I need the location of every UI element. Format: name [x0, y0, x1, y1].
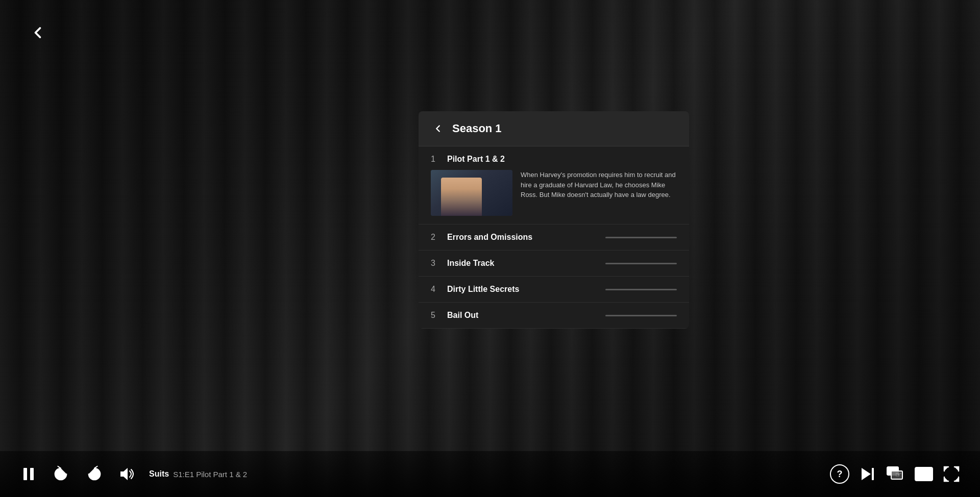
- control-right: ? ☞: [830, 464, 960, 484]
- episode-2-progress: [605, 237, 677, 238]
- episode-1-description: When Harvey's promotion requires him to …: [521, 170, 677, 216]
- episode-item-2[interactable]: 2 Errors and Omissions: [419, 225, 689, 251]
- episode-4-header-row: 4 Dirty Little Secrets: [431, 285, 677, 294]
- svg-text:10: 10: [58, 472, 63, 477]
- episode-5-title-group: 5 Bail Out: [431, 311, 478, 320]
- help-circle: ?: [830, 464, 849, 484]
- episode-4-progress: [605, 289, 677, 290]
- help-button[interactable]: ?: [830, 464, 849, 484]
- episode-3-number: 3: [431, 259, 439, 268]
- help-icon: ?: [837, 469, 843, 480]
- rewind-button[interactable]: 10: [51, 464, 70, 484]
- svg-rect-14: [925, 475, 930, 476]
- control-left: 10 10 Suits S1:E1 Pilot Part 1 & 2: [20, 464, 830, 484]
- panel-header: Season 1: [419, 111, 689, 146]
- svg-marker-4: [120, 468, 128, 480]
- episode-2-number: 2: [431, 233, 439, 242]
- episodes-button[interactable]: ☞: [886, 466, 904, 482]
- episode-3-header-row: 3 Inside Track: [431, 259, 677, 268]
- episode-1-number: 1: [431, 155, 439, 164]
- volume-button[interactable]: [118, 466, 135, 482]
- episode-list: 1 Pilot Part 1 & 2 When Harvey's promoti…: [419, 146, 689, 329]
- episode-1-thumbnail: [431, 170, 512, 216]
- fullscreen-button[interactable]: [943, 466, 960, 482]
- episode-4-title: Dirty Little Secrets: [447, 285, 519, 294]
- episode-item-5[interactable]: 5 Bail Out: [419, 303, 689, 329]
- svg-rect-13: [918, 475, 923, 476]
- svg-rect-11: [918, 471, 923, 473]
- svg-rect-10: [915, 467, 933, 481]
- svg-rect-1: [30, 468, 34, 480]
- episode-1-expanded: When Harvey's promotion requires him to …: [431, 170, 677, 216]
- episode-5-progress: [605, 315, 677, 316]
- episode-3-progress: [605, 263, 677, 264]
- show-info: Suits S1:E1 Pilot Part 1 & 2: [149, 469, 247, 479]
- episode-panel: Season 1 1 Pilot Part 1 & 2 When Harvey'…: [419, 111, 689, 329]
- player-controls: 10 10 Suits S1:E1 Pilot Part 1 & 2: [0, 451, 980, 497]
- episode-3-title-group: 3 Inside Track: [431, 259, 495, 268]
- forward-button[interactable]: 10: [85, 464, 104, 484]
- subtitles-button[interactable]: [915, 467, 933, 481]
- episode-meta: S1:E1 Pilot Part 1 & 2: [173, 470, 247, 479]
- episode-1-title: Pilot Part 1 & 2: [447, 155, 505, 164]
- episode-item-4[interactable]: 4 Dirty Little Secrets: [419, 277, 689, 303]
- svg-rect-0: [23, 468, 27, 480]
- panel-title: Season 1: [452, 122, 502, 135]
- back-button[interactable]: [26, 20, 50, 45]
- show-title: Suits: [149, 469, 169, 479]
- svg-text:10: 10: [91, 472, 96, 477]
- panel-back-button[interactable]: [431, 121, 445, 136]
- episode-2-title: Errors and Omissions: [447, 233, 532, 242]
- episode-2-header-row: 2 Errors and Omissions: [431, 233, 677, 242]
- episode-1-header-row: 1 Pilot Part 1 & 2: [431, 155, 677, 164]
- episode-item-3[interactable]: 3 Inside Track: [419, 251, 689, 277]
- episode-2-title-group: 2 Errors and Omissions: [431, 233, 532, 242]
- episode-5-header-row: 5 Bail Out: [431, 311, 677, 320]
- svg-rect-6: [872, 468, 874, 480]
- episode-5-number: 5: [431, 311, 439, 320]
- svg-marker-5: [862, 468, 871, 480]
- episode-5-title: Bail Out: [447, 311, 478, 320]
- episode-4-number: 4: [431, 285, 439, 294]
- episode-item-1[interactable]: 1 Pilot Part 1 & 2 When Harvey's promoti…: [419, 146, 689, 225]
- episode-3-title: Inside Track: [447, 259, 495, 268]
- next-episode-button[interactable]: [860, 466, 876, 482]
- episode-4-title-group: 4 Dirty Little Secrets: [431, 285, 519, 294]
- episode-1-title-group: 1 Pilot Part 1 & 2: [431, 155, 505, 164]
- svg-text:☞: ☞: [895, 470, 902, 479]
- svg-rect-12: [925, 471, 930, 473]
- pause-button[interactable]: [20, 466, 37, 482]
